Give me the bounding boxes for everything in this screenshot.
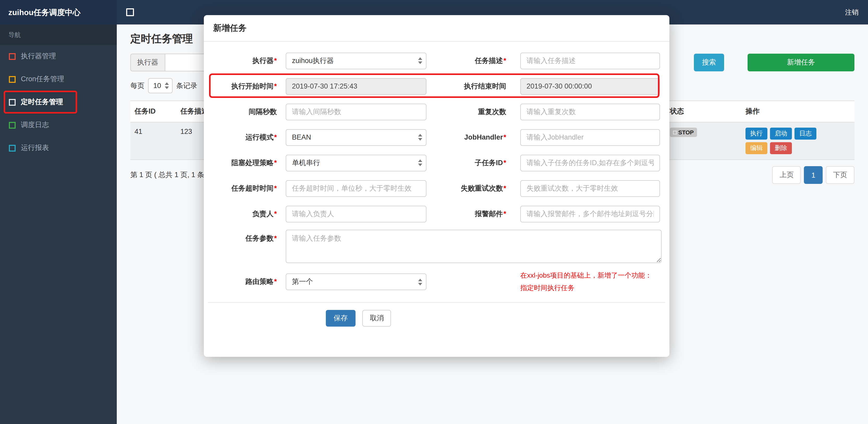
select-value: zuihou执行器 bbox=[292, 56, 334, 65]
select-stepper-icon bbox=[418, 57, 422, 64]
job-desc-input[interactable] bbox=[520, 52, 660, 69]
op-execute-button[interactable]: 执行 bbox=[745, 128, 767, 140]
square-icon bbox=[9, 122, 16, 128]
sidebar-toggle-icon[interactable] bbox=[126, 8, 134, 16]
modal-footer: 保存 取消 bbox=[208, 303, 665, 357]
status-badge: STOP bbox=[670, 128, 697, 137]
feature-note: 在xxl-jobs项目的基础上，新增了一个功能： 指定时间执行任务 bbox=[520, 269, 652, 294]
select-value: BEAN bbox=[292, 133, 311, 141]
cancel-button[interactable]: 取消 bbox=[363, 310, 391, 327]
square-icon bbox=[9, 76, 16, 83]
author-input[interactable] bbox=[286, 205, 427, 222]
op-buttons: 执行 启动 日志 编辑 删除 bbox=[745, 128, 830, 154]
form-row: 负责人* 报警邮件* bbox=[208, 201, 665, 227]
per-page-select[interactable]: 10 bbox=[148, 78, 173, 93]
select-stepper-icon bbox=[418, 134, 422, 141]
select-value: 10 bbox=[153, 82, 161, 90]
field-label: 间隔秒数 bbox=[208, 107, 277, 117]
sidebar-item-run-report[interactable]: 运行报表 bbox=[0, 136, 117, 159]
sidebar-item-executor-manage[interactable]: 执行器管理 bbox=[0, 45, 117, 68]
select-stepper-icon bbox=[418, 159, 422, 166]
select-value: 单机串行 bbox=[292, 158, 320, 167]
sidebar-item-label: Cron任务管理 bbox=[21, 74, 64, 84]
op-edit-button[interactable]: 编辑 bbox=[745, 142, 767, 154]
form-row-datetime: 执行开始时间* 执行结束时间 bbox=[208, 73, 665, 99]
end-time-input[interactable] bbox=[520, 78, 660, 95]
logout-link[interactable]: 注销 bbox=[845, 7, 859, 17]
route-strategy-select[interactable]: 第一个 bbox=[286, 273, 427, 290]
select-stepper-icon bbox=[165, 82, 169, 89]
per-page-suffix: 条记录 bbox=[176, 81, 197, 90]
field-label: 报警邮件* bbox=[427, 209, 506, 219]
app-root: zuihou任务调度中心 注销 导航 执行器管理 Cron任务管理 定时任务管理 bbox=[0, 0, 868, 424]
col-header-ops: 操作 bbox=[741, 101, 855, 122]
field-label: 执行开始时间* bbox=[208, 81, 277, 91]
form-row: 任务超时时间* 失败重试次数* bbox=[208, 175, 665, 201]
block-strategy-select[interactable]: 单机串行 bbox=[286, 155, 427, 171]
op-log-button[interactable]: 日志 bbox=[795, 128, 816, 140]
child-job-id-input[interactable] bbox=[520, 155, 660, 171]
sidebar-item-label: 执行器管理 bbox=[21, 52, 56, 61]
app-brand: zuihou任务调度中心 bbox=[0, 0, 117, 25]
form-row-route: 路由策略* 第一个 在xxl-jobs项目的基础上，新增了一个功能： 指定时间执… bbox=[208, 268, 665, 295]
alarm-email-input[interactable] bbox=[520, 205, 660, 222]
field-label: 阻塞处理策略* bbox=[208, 158, 277, 167]
field-label: JobHandler* bbox=[427, 133, 506, 141]
field-label: 任务超时时间* bbox=[208, 184, 277, 193]
field-label: 路由策略* bbox=[208, 277, 277, 287]
square-icon bbox=[9, 99, 16, 105]
repeat-count-input[interactable] bbox=[520, 103, 660, 120]
sidebar-item-label: 定时任务管理 bbox=[21, 97, 63, 107]
field-label: 负责人* bbox=[208, 209, 277, 219]
modal-body: 执行器* zuihou执行器 任务描述* 执行开始时间* 执行结束时间 间隔秒数… bbox=[204, 42, 670, 357]
modal-title: 新增任务 bbox=[213, 24, 247, 32]
select-stepper-icon bbox=[418, 279, 422, 285]
op-delete-button[interactable]: 删除 bbox=[770, 142, 792, 154]
prev-page-button[interactable]: 上页 bbox=[772, 166, 801, 184]
per-page-prefix: 每页 bbox=[130, 81, 145, 90]
cell-status: STOP bbox=[666, 122, 741, 160]
feature-note-line2: 指定时间执行任务 bbox=[520, 282, 652, 294]
cell-ops: 执行 启动 日志 编辑 删除 bbox=[741, 122, 855, 160]
timeout-input[interactable] bbox=[286, 180, 427, 197]
field-label: 失败重试次数* bbox=[427, 184, 506, 193]
executor-filter-addon: 执行器 bbox=[130, 54, 164, 71]
field-label: 执行器* bbox=[208, 56, 277, 65]
current-page-button[interactable]: 1 bbox=[804, 166, 823, 184]
fail-retry-input[interactable] bbox=[520, 180, 660, 197]
interval-input[interactable] bbox=[286, 103, 427, 120]
field-label: 任务参数* bbox=[208, 230, 277, 243]
add-job-modal: 新增任务 执行器* zuihou执行器 任务描述* 执行开始时间* 执行结束时间 bbox=[204, 15, 670, 357]
square-icon bbox=[9, 144, 16, 151]
job-param-textarea[interactable] bbox=[286, 230, 661, 263]
cell-job-id: 41 bbox=[130, 122, 176, 160]
feature-note-line1: 在xxl-jobs项目的基础上，新增了一个功能： bbox=[520, 269, 652, 282]
modal-header: 新增任务 bbox=[204, 15, 670, 42]
sidebar-item-cron-jobs[interactable]: Cron任务管理 bbox=[0, 68, 117, 91]
sidebar-item-timed-jobs[interactable]: 定时任务管理 bbox=[0, 91, 117, 113]
form-row: 阻塞处理策略* 单机串行 子任务ID* bbox=[208, 150, 665, 175]
sidebar: 导航 执行器管理 Cron任务管理 定时任务管理 调度日志 bbox=[0, 25, 117, 424]
add-job-button[interactable]: 新增任务 bbox=[748, 54, 855, 71]
field-label: 重复次数 bbox=[427, 107, 506, 117]
sidebar-item-label: 运行报表 bbox=[21, 143, 49, 153]
field-label: 子任务ID* bbox=[427, 158, 506, 167]
stop-square-icon bbox=[673, 130, 677, 134]
executor-select[interactable]: zuihou执行器 bbox=[286, 52, 427, 69]
form-row: 执行器* zuihou执行器 任务描述* bbox=[208, 48, 665, 73]
select-value: 第一个 bbox=[292, 277, 313, 287]
field-label: 运行模式* bbox=[208, 133, 277, 142]
job-handler-input[interactable] bbox=[520, 129, 660, 145]
sidebar-item-label: 调度日志 bbox=[21, 120, 49, 130]
sidebar-nav-header: 导航 bbox=[0, 25, 117, 45]
form-row-param: 任务参数* bbox=[208, 230, 665, 263]
sidebar-item-dispatch-log[interactable]: 调度日志 bbox=[0, 113, 117, 136]
form-row: 间隔秒数 重复次数 bbox=[208, 99, 665, 125]
field-label: 执行结束时间 bbox=[427, 81, 506, 91]
glue-type-select[interactable]: BEAN bbox=[286, 129, 427, 145]
next-page-button[interactable]: 下页 bbox=[826, 166, 855, 184]
search-button[interactable]: 搜索 bbox=[694, 54, 724, 71]
save-button[interactable]: 保存 bbox=[326, 310, 355, 327]
op-start-button[interactable]: 启动 bbox=[770, 128, 792, 140]
start-time-input[interactable] bbox=[286, 78, 427, 95]
